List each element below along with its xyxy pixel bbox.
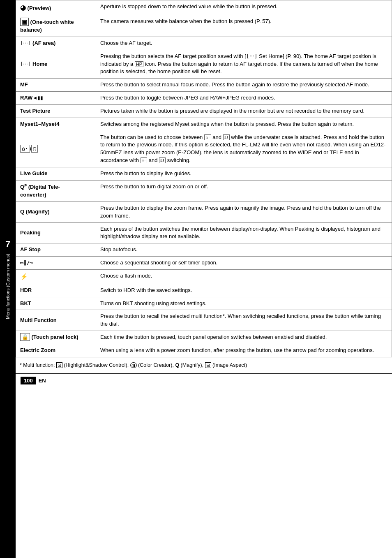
- table-row-description: Choose a sequential shooting or self tim…: [96, 257, 392, 270]
- side-tab-content: 7 Menu functions (Custom menus): [5, 239, 10, 319]
- table-row: BKTTurns on BKT shooting using stored se…: [16, 297, 392, 310]
- magnify-icon: Q (Magnify): [16, 201, 96, 222]
- mf-icon: MF: [16, 79, 96, 92]
- table-row: Q (Magnify)Press the button to display t…: [16, 201, 392, 222]
- underwater-icon: ⌂⋅/☊: [16, 131, 96, 167]
- page-suffix: EN: [39, 377, 46, 384]
- side-tab: 7 Menu functions (Custom menus): [0, 0, 16, 558]
- table-row-description: Press the button to turn digital zoom on…: [96, 180, 392, 201]
- af-area-icon: [‧‧‧] (AF area): [16, 37, 96, 50]
- table-row-description: Stop autofocus.: [96, 243, 392, 257]
- peaking-icon: Peaking: [16, 222, 96, 243]
- table-row-description: When using a lens with a power zoom func…: [96, 344, 392, 357]
- test-picture-icon: Test Picture: [16, 104, 96, 118]
- table-row: PeakingEach press of the button switches…: [16, 222, 392, 243]
- electric-zoom-icon: Electric Zoom: [16, 344, 96, 357]
- page-number-bar: 100 EN: [16, 373, 392, 387]
- table-row-description: Press the button to display live guides.: [96, 167, 392, 181]
- table-row: ▭‖/⏦Choose a sequential shooting or self…: [16, 257, 392, 270]
- flash-icon: ⚡: [16, 269, 96, 284]
- table-row-description: Choose the AF target.: [96, 37, 392, 50]
- features-table: ◕ (Preview)Aperture is stopped down to t…: [16, 0, 392, 357]
- table-row-description: Choose a flash mode.: [96, 269, 392, 284]
- hdr-icon: HDR: [16, 284, 96, 297]
- table-row-description: Switch to HDR with the saved settings.: [96, 284, 392, 297]
- table-row-description: Press the button to display the zoom fra…: [96, 201, 392, 222]
- table-row-description: The camera measures white balance when t…: [96, 15, 392, 37]
- main-content: ◕ (Preview)Aperture is stopped down to t…: [16, 0, 392, 558]
- table-row: AF StopStop autofocus.: [16, 243, 392, 257]
- table-row-description: Press the button to toggle between JPEG …: [96, 92, 392, 105]
- bkt-icon: BKT: [16, 297, 96, 310]
- raw-icon: RAW◄▮▮: [16, 92, 96, 105]
- touch-lock-icon: 🔒 (Touch panel lock): [16, 331, 96, 344]
- table-row-description: Switches among the registered Myset sett…: [96, 118, 392, 131]
- myset-icon: Myset1–Myset4: [16, 118, 96, 131]
- table-row-description: Each time the button is pressed, touch p…: [96, 331, 392, 344]
- table-row: MFPress the button to select manual focu…: [16, 79, 392, 92]
- af-stop-icon: AF Stop: [16, 243, 96, 257]
- footnote-text: * Multi function: ⊡ (Highlight&Shadow Co…: [20, 362, 247, 368]
- table-row: ⚡Choose a flash mode.: [16, 269, 392, 284]
- tele-icon: QP (Digital Tele-converter): [16, 180, 96, 201]
- table-row: Multi FunctionPress the button to recall…: [16, 310, 392, 331]
- table-row-description: Press the button to select manual focus …: [96, 79, 392, 92]
- table-row-description: Pictures taken while the button is press…: [96, 104, 392, 118]
- chapter-number: 7: [5, 239, 10, 250]
- table-row-description: Each press of the button switches the mo…: [96, 222, 392, 243]
- live-guide-icon: Live Guide: [16, 167, 96, 181]
- table-row: [‧‧‧] (AF area)Choose the AF target.: [16, 37, 392, 50]
- table-row-description: Press the button to recall the selected …: [96, 310, 392, 331]
- footnote: * Multi function: ⊡ (Highlight&Shadow Co…: [16, 357, 392, 372]
- table-row: Electric ZoomWhen using a lens with a po…: [16, 344, 392, 357]
- table-row: RAW◄▮▮Press the button to toggle between…: [16, 92, 392, 105]
- chapter-title: Menu functions (Custom menus): [5, 254, 10, 319]
- table-row: Test PicturePictures taken while the but…: [16, 104, 392, 118]
- table-row: ◕ (Preview)Aperture is stopped down to t…: [16, 0, 392, 15]
- home-icon: [‧‧‧] Home: [16, 50, 96, 79]
- preview-icon: ◕ (Preview): [16, 0, 96, 15]
- table-row: Live GuidePress the button to display li…: [16, 167, 392, 181]
- table-row: 🔒 (Touch panel lock)Each time the button…: [16, 331, 392, 344]
- wb-icon: ▣ (One-touch whitebalance): [16, 15, 96, 37]
- table-row: ⌂⋅/☊The button can be used to choose bet…: [16, 131, 392, 167]
- page-number: 100: [21, 377, 36, 384]
- table-row: ▣ (One-touch whitebalance)The camera mea…: [16, 15, 392, 37]
- table-row-description: Pressing the button selects the AF targe…: [96, 50, 392, 79]
- table-row: Myset1–Myset4Switches among the register…: [16, 118, 392, 131]
- table-row-description: The button can be used to choose between…: [96, 131, 392, 167]
- multi-function-icon: Multi Function: [16, 310, 96, 331]
- table-row: HDRSwitch to HDR with the saved settings…: [16, 284, 392, 297]
- table-row-description: Turns on BKT shooting using stored setti…: [96, 297, 392, 310]
- table-row-description: Aperture is stopped down to the selected…: [96, 0, 392, 15]
- table-row: [‧‧‧] HomePressing the button selects th…: [16, 50, 392, 79]
- timer-icon: ▭‖/⏦: [16, 257, 96, 270]
- page-wrapper: 7 Menu functions (Custom menus) ◕ (Previ…: [0, 0, 392, 558]
- table-row: QP (Digital Tele-converter)Press the but…: [16, 180, 392, 201]
